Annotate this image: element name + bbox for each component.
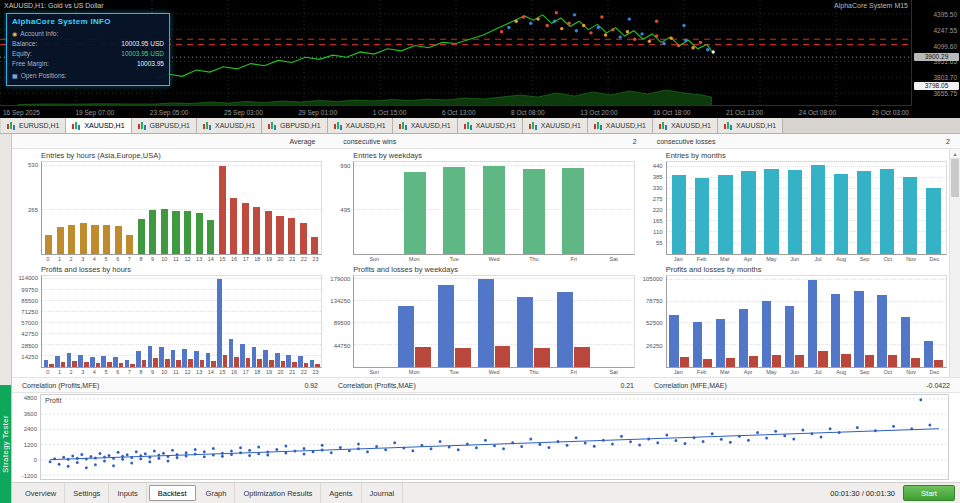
bar — [557, 292, 573, 367]
vertical-scrollbar[interactable]: ▲ — [949, 149, 960, 377]
x-tick-label: 1 — [54, 368, 66, 376]
chart-tab[interactable]: XAUUSD,H1 — [197, 118, 262, 133]
time-axis-label: 13 Oct 20:00 — [580, 109, 617, 116]
tester-tab-graph[interactable]: Graph — [198, 483, 236, 503]
bar — [165, 359, 170, 367]
bar-group — [297, 162, 309, 254]
bar — [865, 355, 874, 367]
bar — [695, 178, 709, 254]
tester-tab-overview[interactable]: Overview — [17, 483, 65, 503]
x-tick-label: Jun — [783, 368, 806, 376]
x-tick-label: Oct — [876, 368, 899, 376]
x-tick-label: Sun — [354, 368, 394, 376]
bar — [138, 219, 145, 254]
x-tick-label: 15 — [217, 255, 229, 263]
bar-group — [101, 162, 113, 254]
bar — [880, 169, 894, 253]
chart-tab-label: XAUUSD,H1 — [411, 122, 451, 129]
x-tick-label: Jan — [667, 368, 690, 376]
bar — [126, 235, 133, 254]
candlestick-chart-icon — [138, 122, 147, 130]
chart-tab[interactable]: EURUSD,H1 — [1, 118, 66, 133]
account-info-label: Account Info: — [20, 29, 58, 39]
candlestick-chart-icon — [268, 122, 277, 130]
chart-tab[interactable]: XAUUSD,H1 — [458, 118, 523, 133]
tester-tab-optimization-results[interactable]: Optimization Results — [235, 483, 321, 503]
price-axis[interactable]: 4395.504247.554099.603951.653803.703655.… — [911, 0, 960, 106]
candlestick-chart-icon — [594, 122, 603, 130]
plot-area — [41, 161, 322, 255]
equity-label: Equity: — [12, 49, 32, 59]
x-tick-label: Feb — [690, 368, 713, 376]
x-axis: 01234567891011121314151617181920212223 — [41, 368, 322, 376]
bar-group — [55, 162, 67, 254]
x-tick-label: 5 — [100, 255, 112, 263]
y-tick-label: 42750 — [21, 331, 38, 337]
bar-group — [876, 276, 899, 368]
scrollbar-thumb[interactable] — [951, 159, 959, 197]
bar-group — [89, 276, 101, 368]
x-tick-label: 14 — [205, 368, 217, 376]
time-axis-label: 25 Sep 03:00 — [224, 109, 263, 116]
tester-tab-journal[interactable]: Journal — [362, 483, 404, 503]
chart-tab[interactable]: XAUUSD,H1 — [653, 118, 718, 133]
chart-tab[interactable]: XAUUSD,H1 — [328, 118, 393, 133]
tester-tab-inputs[interactable]: Inputs — [109, 483, 146, 503]
bar — [455, 348, 471, 367]
bar — [223, 355, 228, 367]
y-tick-label: 495 — [340, 207, 350, 213]
y-axis: 1140009975085500712505700042750285001425… — [15, 275, 41, 369]
chart-title: Entries by weekdays — [327, 151, 634, 161]
bar-group — [806, 276, 829, 368]
chart-tab-label: XAUUSD,H1 — [736, 122, 776, 129]
bar — [669, 315, 678, 367]
tester-tab-settings[interactable]: Settings — [65, 483, 109, 503]
bar — [478, 279, 494, 367]
chart-tab[interactable]: GBPUSD,H1 — [262, 118, 327, 133]
correlation-value: 0.21 — [620, 382, 634, 389]
bar-group — [193, 162, 205, 254]
charts-area: Entries by hours (Asia,Europe,USA) 53026… — [12, 149, 960, 377]
tester-tab-backtest[interactable]: Backtest — [149, 485, 196, 501]
time-axis[interactable]: 16 Sep 202519 Sep 07:0023 Sep 05:0025 Se… — [0, 105, 912, 118]
bar-group — [309, 276, 321, 368]
time-axis-label: 29 Sep 01:00 — [298, 109, 337, 116]
stats-row: Average consecutive wins 2 consecutive l… — [12, 134, 960, 149]
x-tick-label: Fri — [554, 368, 594, 376]
open-positions-label: Open Positions: — [21, 71, 67, 81]
bar — [716, 319, 725, 367]
x-tick-label: Thu — [514, 368, 554, 376]
y-tick-label: 2400 — [24, 426, 37, 432]
y-tick-label: 385 — [653, 174, 663, 180]
chart-tab[interactable]: XAUUSD,H1 — [393, 118, 458, 133]
bar — [672, 175, 686, 254]
plot-area — [353, 275, 634, 369]
candlestick-chart-icon — [659, 122, 668, 130]
start-button[interactable]: Start — [903, 485, 955, 501]
bar-group — [274, 276, 286, 368]
ea-info-panel-title: AlphaCore System INFO — [12, 17, 164, 26]
strategy-tester-tab[interactable]: Strategy Tester — [0, 385, 11, 503]
tester-tab-agents[interactable]: Agents — [321, 483, 361, 503]
open-positions-row: ▦ Open Positions: — [12, 71, 164, 81]
bar-group — [147, 162, 159, 254]
correlation-label: Correlation (Profits,MAE) — [338, 382, 416, 389]
x-tick-label: 18 — [252, 368, 264, 376]
x-tick-label: Dec — [923, 255, 946, 263]
y-tick-label: 165 — [653, 218, 663, 224]
chart-tab[interactable]: XAUUSD,H1 — [718, 118, 783, 133]
x-tick-label: Sat — [594, 255, 634, 263]
plot-area — [41, 275, 322, 369]
x-axis: 01234567891011121314151617181920212223 — [41, 255, 322, 263]
scrollbar-up-arrow-icon[interactable]: ▲ — [950, 149, 960, 159]
chart-tab[interactable]: XAUUSD,H1 — [523, 118, 588, 133]
bar — [90, 357, 95, 367]
chart-tab[interactable]: XAUUSD,H1 — [66, 118, 131, 133]
bar — [483, 166, 505, 253]
y-tick-label: -1200 — [22, 473, 37, 479]
chart-title: Profits and losses by weekdays — [327, 265, 634, 275]
price-chart[interactable]: XAUUSD,H1: Gold vs US Dollar AlphaCore S… — [0, 0, 960, 118]
chart-tab[interactable]: GBPUSD,H1 — [132, 118, 197, 133]
chart-tab[interactable]: XAUUSD,H1 — [588, 118, 653, 133]
time-axis-label: 23 Sep 05:00 — [150, 109, 189, 116]
